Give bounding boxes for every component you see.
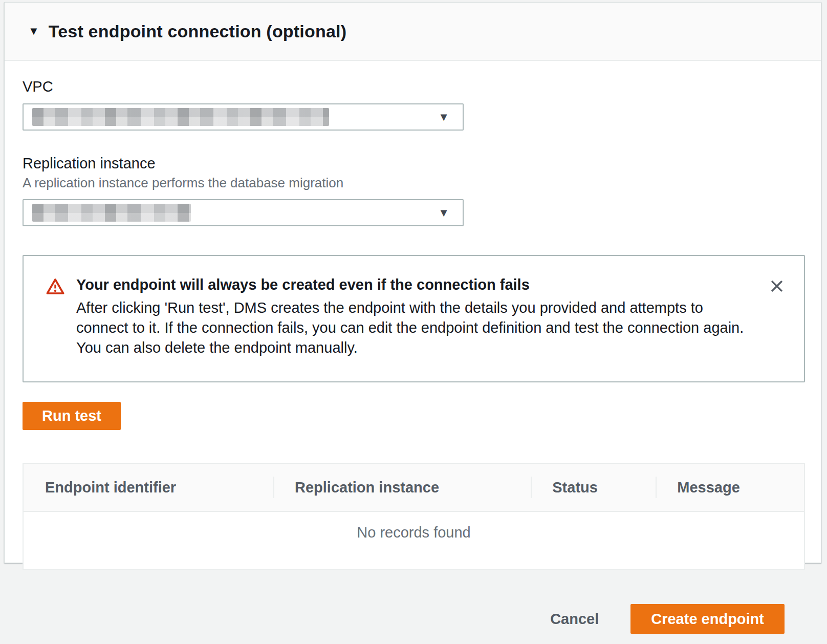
column-header-status: Status: [531, 464, 656, 511]
collapse-triangle-icon[interactable]: ▼: [28, 26, 39, 37]
table-header-row: Endpoint identifier Replication instance…: [24, 464, 804, 512]
column-header-replication-instance: Replication instance: [273, 464, 531, 511]
warning-alert-title: Your endpoint will always be created eve…: [76, 276, 748, 293]
column-header-message: Message: [656, 464, 804, 511]
replication-instance-description: A replication instance performs the data…: [23, 175, 805, 191]
warning-alert-body: After clicking 'Run test', DMS creates t…: [76, 298, 748, 358]
column-header-endpoint-identifier: Endpoint identifier: [24, 464, 273, 511]
vpc-selected-value-redacted: [32, 108, 329, 126]
vpc-label: VPC: [23, 78, 805, 95]
run-test-button[interactable]: Run test: [23, 402, 121, 430]
close-icon[interactable]: [768, 277, 786, 295]
warning-alert-text: Your endpoint will always be created eve…: [76, 276, 768, 358]
replication-instance-select[interactable]: ▼: [23, 199, 464, 226]
footer-actions: Cancel Create endpoint: [0, 604, 827, 634]
vpc-select[interactable]: ▼: [23, 103, 464, 131]
section-title: Test endpoint connection (optional): [49, 22, 346, 41]
dropdown-caret-icon: ▼: [438, 112, 449, 123]
section-body: VPC ▼ Replication instance A replication…: [5, 78, 821, 570]
warning-alert: Your endpoint will always be created eve…: [23, 255, 805, 382]
replication-instance-selected-value-redacted: [32, 204, 191, 222]
test-results-table: Endpoint identifier Replication instance…: [23, 463, 805, 570]
warning-icon: [46, 278, 64, 297]
cancel-button[interactable]: Cancel: [550, 611, 599, 628]
replication-instance-label: Replication instance: [23, 155, 805, 172]
empty-state-text: No records found: [24, 512, 804, 569]
dropdown-caret-icon: ▼: [438, 207, 449, 219]
create-endpoint-button[interactable]: Create endpoint: [630, 604, 785, 634]
test-endpoint-connection-section: ▼ Test endpoint connection (optional) VP…: [4, 2, 821, 563]
section-header[interactable]: ▼ Test endpoint connection (optional): [5, 3, 821, 61]
